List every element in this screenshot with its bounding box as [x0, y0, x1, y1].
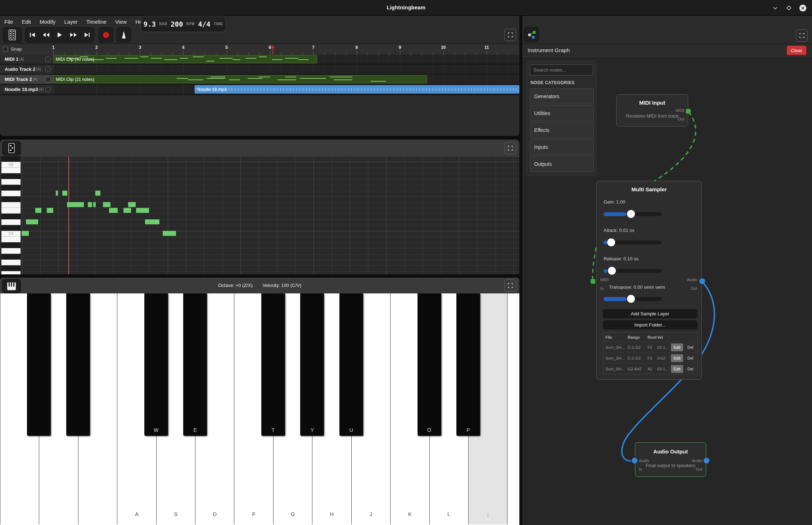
playhead-marker[interactable]	[270, 45, 276, 55]
menu-item-edit[interactable]: Edit	[22, 19, 31, 25]
node-midi-input[interactable]: MIDI Input Receives MIDI from track MIDI…	[616, 94, 688, 127]
edit-sample-button[interactable]: Edit	[671, 343, 683, 351]
midi-note[interactable]	[56, 191, 58, 196]
track-toggle[interactable]: -	[45, 87, 50, 92]
midi-note[interactable]	[26, 219, 38, 224]
midi-note[interactable]	[128, 202, 136, 207]
black-key[interactable]: E	[183, 293, 207, 436]
import-folder-button[interactable]: Import Folder...	[603, 320, 697, 329]
track-toggle[interactable]: -	[45, 67, 50, 72]
midi-note[interactable]	[109, 208, 118, 213]
metronome-button[interactable]	[117, 27, 131, 42]
audio-in-port[interactable]	[632, 458, 637, 464]
black-key[interactable]: P	[456, 293, 480, 436]
midi-note[interactable]	[123, 208, 131, 213]
delete-sample-button[interactable]: Del	[685, 354, 696, 362]
timeline-ruler[interactable]: Snap 1234567891011	[0, 44, 519, 55]
add-sample-layer-button[interactable]: Add Sample Layer	[603, 309, 697, 318]
edit-sample-button[interactable]: Edit	[671, 354, 683, 362]
transpose-slider[interactable]	[604, 297, 662, 301]
piano-roll-mode-button[interactable]	[2, 141, 21, 155]
clear-graph-button[interactable]: Clear	[787, 46, 806, 55]
menu-item-timeline[interactable]: Timeline	[86, 19, 107, 25]
midi-note[interactable]	[88, 202, 92, 207]
track-toggle[interactable]: -	[45, 77, 50, 82]
track-toggle[interactable]: -	[45, 57, 50, 62]
midi-in-port[interactable]	[591, 279, 595, 284]
graph-view-button[interactable]	[524, 27, 539, 42]
midi-note[interactable]	[95, 191, 100, 196]
midi-note[interactable]	[163, 231, 176, 236]
graph-expand-button[interactable]	[796, 29, 808, 42]
piano-roll-grid[interactable]	[0, 157, 519, 274]
fast-forward-button[interactable]	[67, 28, 80, 42]
menu-item-layer[interactable]: Layer	[64, 19, 78, 25]
track-header-midi-track-2[interactable]: MIDI Track 2[A]-	[0, 75, 53, 84]
track-header-midi-1[interactable]: MIDI 1[A]-	[0, 55, 53, 64]
category-generators[interactable]: Generators	[530, 88, 594, 104]
param-slider[interactable]	[604, 212, 662, 216]
midi-note[interactable]	[62, 191, 67, 196]
midi-note[interactable]	[47, 208, 53, 213]
menu-item-modify[interactable]: Modify	[40, 19, 55, 25]
window-maximize-icon[interactable]	[785, 4, 793, 12]
track-lane[interactable]: Noodle 18.mp3Noodle 18.mp3[A]-	[0, 85, 519, 94]
black-key[interactable]	[27, 293, 51, 436]
delete-sample-button[interactable]: Del	[685, 343, 696, 351]
midi-note[interactable]	[145, 219, 159, 224]
track-header-noodle-18-mp3[interactable]: Noodle 18.mp3[A]-	[0, 85, 53, 94]
window-close-icon[interactable]	[798, 4, 807, 12]
slider-thumb[interactable]	[608, 267, 616, 275]
node-audio-output[interactable]: Audio Output Final output to speakers Au…	[635, 442, 706, 477]
edit-sample-button[interactable]: Edit	[671, 365, 683, 373]
track-lane[interactable]: MIDI Clip (40 notes)MIDI 1[A]-	[0, 55, 519, 64]
node-multi-sampler[interactable]: Multi Sampler Gain: 1.00Attack: 0.01 ssR…	[596, 181, 702, 380]
track-header-audio-track-2[interactable]: Audio Track 2[A]-	[0, 65, 53, 74]
black-key[interactable]: O	[418, 293, 441, 436]
play-button[interactable]	[53, 28, 67, 42]
snap-checkbox[interactable]	[3, 47, 8, 52]
track-lane[interactable]: MIDI Clip (21 notes)MIDI Track 2[A]-	[0, 75, 519, 84]
piano-roll-expand-button[interactable]	[504, 142, 516, 154]
audio-out-port[interactable]	[699, 278, 705, 284]
midi-out-port[interactable]	[686, 109, 691, 114]
midi-note[interactable]	[22, 231, 29, 236]
audio-out-port[interactable]	[704, 458, 709, 464]
param-slider[interactable]	[604, 269, 662, 273]
midi-note[interactable]	[67, 202, 84, 207]
film-library-button[interactable]	[3, 27, 22, 42]
black-key[interactable]	[66, 293, 90, 436]
menu-item-file[interactable]: File	[4, 19, 13, 25]
slider-thumb[interactable]	[607, 238, 615, 246]
category-inputs[interactable]: Inputs	[530, 139, 594, 155]
slider-thumb[interactable]	[627, 210, 635, 218]
midi-note[interactable]	[35, 208, 41, 213]
skip-start-button[interactable]	[26, 28, 39, 42]
category-utilities[interactable]: Utilities	[530, 105, 594, 121]
midi-clip[interactable]: MIDI Clip (40 notes)	[53, 55, 317, 63]
black-key[interactable]: W	[144, 293, 168, 436]
search-input[interactable]	[530, 64, 593, 76]
window-minimize-icon[interactable]	[771, 4, 780, 12]
keyboard-expand-button[interactable]	[504, 279, 516, 292]
rewind-button[interactable]	[39, 28, 53, 42]
slider-thumb[interactable]	[627, 295, 635, 303]
audio-clip[interactable]: Noodle 18.mp3	[195, 85, 519, 93]
midi-note[interactable]	[103, 202, 110, 207]
black-key[interactable]: Y	[300, 293, 324, 436]
param-slider[interactable]	[604, 241, 662, 245]
category-effects[interactable]: Effects	[530, 122, 594, 138]
menu-item-view[interactable]: View	[115, 19, 127, 25]
midi-note[interactable]	[93, 202, 96, 207]
timeline-expand-button[interactable]	[504, 29, 516, 41]
delete-sample-button[interactable]: Del	[685, 365, 696, 373]
track-lane[interactable]: Audio Track 2[A]-	[0, 65, 519, 74]
black-key[interactable]: U	[339, 293, 363, 436]
record-button[interactable]	[99, 27, 113, 42]
skip-end-button[interactable]	[80, 28, 94, 42]
black-key[interactable]: T	[261, 293, 285, 436]
white-key[interactable]	[507, 293, 519, 524]
midi-clip[interactable]: MIDI Clip (21 notes)	[53, 75, 427, 83]
midi-note[interactable]	[136, 208, 149, 213]
category-outputs[interactable]: Outputs	[530, 156, 594, 172]
